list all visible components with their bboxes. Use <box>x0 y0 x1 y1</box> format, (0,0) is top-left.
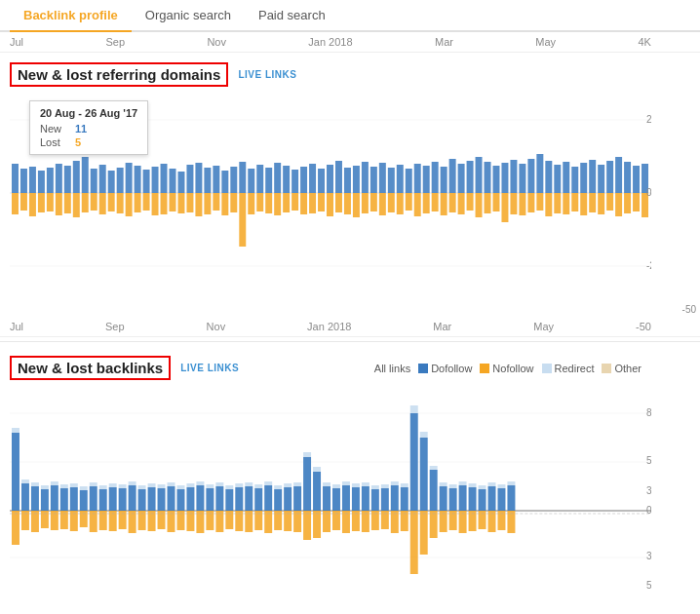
svg-rect-131 <box>492 193 499 211</box>
svg-rect-226 <box>235 483 243 487</box>
svg-rect-119 <box>388 193 395 212</box>
svg-rect-98 <box>204 193 211 214</box>
svg-rect-4 <box>20 169 27 193</box>
svg-rect-32 <box>265 168 272 193</box>
svg-rect-117 <box>370 193 377 211</box>
other-label: Other <box>614 363 642 374</box>
svg-rect-202 <box>158 484 166 488</box>
svg-rect-80 <box>47 193 54 211</box>
svg-text:-25: -25 <box>646 260 651 271</box>
svg-rect-306 <box>497 488 505 511</box>
svg-rect-36 <box>300 167 307 193</box>
svg-rect-72 <box>615 157 622 193</box>
svg-rect-18 <box>143 170 150 193</box>
svg-rect-8 <box>56 164 62 193</box>
svg-rect-58 <box>492 166 499 193</box>
svg-rect-56 <box>476 157 483 193</box>
svg-rect-297 <box>469 487 477 511</box>
svg-rect-261 <box>352 487 360 511</box>
svg-rect-291 <box>449 488 457 511</box>
x-label-4k: 4K <box>638 36 650 48</box>
svg-rect-101 <box>230 193 237 212</box>
tab-backlink-profile[interactable]: Backlink profile <box>10 0 132 32</box>
svg-text:25: 25 <box>646 114 651 125</box>
svg-rect-132 <box>501 193 508 222</box>
svg-rect-89 <box>126 193 133 216</box>
svg-text:8K: 8K <box>646 407 651 418</box>
svg-rect-225 <box>235 487 243 511</box>
svg-rect-15 <box>117 168 124 193</box>
svg-rect-286 <box>430 466 438 470</box>
svg-rect-238 <box>274 485 282 489</box>
svg-rect-107 <box>283 193 290 212</box>
svg-rect-217 <box>206 484 214 488</box>
svg-rect-87 <box>108 193 115 211</box>
svg-rect-27 <box>221 171 228 193</box>
svg-rect-195 <box>138 489 146 511</box>
svg-text:3K: 3K <box>646 551 651 561</box>
svg-rect-196 <box>138 485 146 489</box>
svg-rect-258 <box>342 485 350 511</box>
svg-rect-267 <box>371 489 379 511</box>
svg-rect-271 <box>381 484 389 488</box>
tooltip-new-row: New 11 <box>40 123 137 134</box>
svg-rect-216 <box>206 488 214 511</box>
svg-rect-215 <box>196 511 204 533</box>
svg-rect-259 <box>342 481 350 485</box>
svg-rect-251 <box>313 511 321 538</box>
tooltip-new-value: 11 <box>75 123 87 134</box>
svg-text:0: 0 <box>646 505 651 516</box>
svg-rect-95 <box>177 193 184 213</box>
x-label-jul: Jul <box>10 36 23 48</box>
svg-rect-62 <box>527 159 534 193</box>
svg-rect-266 <box>362 511 369 532</box>
svg-rect-223 <box>225 485 233 489</box>
svg-rect-50 <box>423 166 430 193</box>
svg-rect-180 <box>90 486 97 511</box>
tab-organic-search[interactable]: Organic search <box>132 0 245 30</box>
svg-rect-5 <box>29 167 36 193</box>
svg-rect-125 <box>441 193 447 215</box>
svg-rect-83 <box>73 193 80 217</box>
svg-rect-85 <box>91 193 97 211</box>
svg-rect-160 <box>21 480 29 483</box>
svg-rect-44 <box>370 167 377 193</box>
svg-rect-204 <box>168 486 175 511</box>
svg-rect-41 <box>344 168 351 193</box>
svg-rect-19 <box>152 167 159 193</box>
svg-rect-250 <box>313 467 321 472</box>
svg-rect-48 <box>406 169 412 193</box>
svg-rect-120 <box>397 193 404 214</box>
svg-rect-29 <box>239 162 246 193</box>
svg-rect-241 <box>284 483 292 487</box>
x-label-50: -50 <box>636 321 651 332</box>
svg-rect-192 <box>129 485 136 511</box>
svg-rect-26 <box>213 166 219 193</box>
svg-rect-74 <box>633 166 640 193</box>
svg-rect-92 <box>152 193 159 215</box>
svg-rect-115 <box>353 193 360 217</box>
x-label-sep-2: Sep <box>105 321 125 332</box>
section1-live-links[interactable]: LIVE LINKS <box>238 69 296 80</box>
svg-rect-193 <box>129 481 136 485</box>
backlinks-chart: 8K 5K 3K 0 3K 5K <box>10 384 700 608</box>
svg-rect-142 <box>589 193 596 212</box>
svg-rect-65 <box>554 165 561 193</box>
svg-rect-137 <box>545 193 552 216</box>
tab-paid-search[interactable]: Paid search <box>245 0 339 30</box>
svg-rect-240 <box>284 487 292 511</box>
section2-live-links[interactable]: LIVE LINKS <box>180 363 239 373</box>
svg-rect-265 <box>362 482 369 486</box>
svg-rect-99 <box>213 193 219 211</box>
svg-rect-303 <box>488 486 496 511</box>
svg-rect-187 <box>109 483 117 487</box>
svg-rect-45 <box>379 163 386 193</box>
svg-rect-199 <box>148 483 156 487</box>
svg-rect-279 <box>410 413 418 511</box>
svg-rect-304 <box>488 482 496 486</box>
x-label-jan: Jan 2018 <box>308 36 352 48</box>
svg-rect-228 <box>245 486 253 511</box>
svg-rect-23 <box>186 165 193 193</box>
svg-rect-96 <box>186 193 193 212</box>
x-label-jan-2: Jan 2018 <box>307 321 351 332</box>
